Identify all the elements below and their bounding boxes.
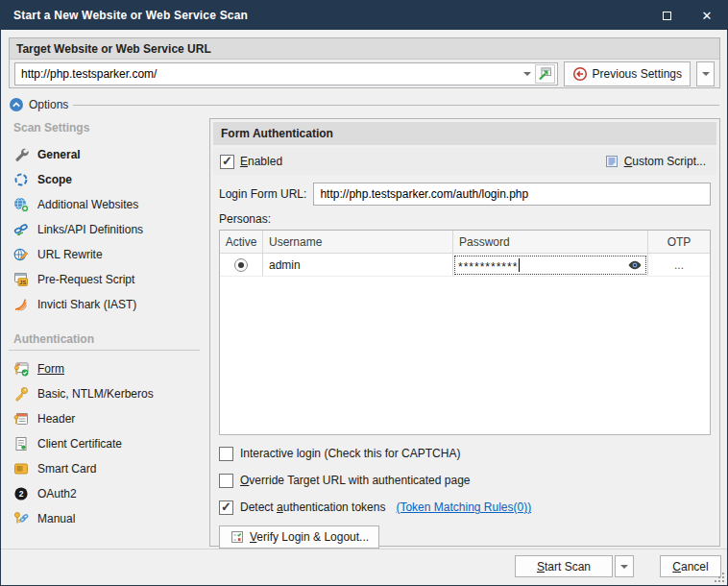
persona-username-cell[interactable]: admin bbox=[263, 254, 453, 276]
detect-tokens-row: Detect authentication tokens (Token Matc… bbox=[219, 498, 711, 517]
sidebar-item-label: Pre-Request Script bbox=[37, 273, 134, 286]
custom-script-button[interactable]: Custom Script... bbox=[600, 152, 710, 171]
sidebar-item-label: Smart Card bbox=[37, 462, 96, 476]
resize-grip[interactable] bbox=[715, 573, 725, 583]
override-target-row: Override Target URL with authenticated p… bbox=[219, 471, 711, 490]
svg-text:2: 2 bbox=[19, 489, 24, 499]
window-title: Start a New Website or Web Service Scan bbox=[1, 9, 248, 22]
globe-pencil-icon bbox=[13, 247, 29, 262]
previous-settings-dropdown[interactable] bbox=[696, 61, 715, 86]
scan-settings-section-title: Scan Settings bbox=[13, 119, 209, 136]
detect-tokens-label: Detect authentication tokens bbox=[240, 501, 385, 514]
certificate-document-icon bbox=[13, 436, 29, 452]
start-scan-button[interactable]: Start Scan bbox=[515, 555, 613, 577]
login-form-url-label: Login Form URL: bbox=[219, 187, 306, 201]
override-target-checkbox[interactable] bbox=[219, 474, 233, 488]
sidebar-item-smart-card[interactable]: Smart Card bbox=[1, 456, 209, 481]
override-target-label: Override Target URL with authenticated p… bbox=[240, 474, 470, 487]
sidebar-item-additional-websites[interactable]: Additional Websites bbox=[1, 192, 209, 217]
target-url-combobox[interactable] bbox=[14, 62, 558, 85]
sidebar-item-label: OAuth2 bbox=[37, 487, 77, 501]
sidebar-item-label: Form bbox=[37, 362, 64, 376]
verify-login-logout-label: Verify Login & Logout... bbox=[250, 530, 369, 544]
show-password-eye-icon[interactable] bbox=[627, 257, 643, 273]
previous-settings-label: Previous Settings bbox=[593, 67, 682, 81]
verify-checklist-icon bbox=[230, 529, 245, 545]
target-url-dropdown[interactable] bbox=[520, 63, 535, 85]
options-label: Options bbox=[29, 98, 68, 111]
sidebar-item-form[interactable]: Form bbox=[1, 356, 209, 381]
sidebar-item-scope[interactable]: Scope bbox=[1, 167, 209, 192]
target-url-row: Previous Settings bbox=[10, 60, 719, 87]
persona-password-cell: *********** bbox=[453, 254, 648, 276]
login-form-url-input[interactable] bbox=[313, 183, 711, 206]
close-icon: ✕ bbox=[702, 10, 713, 22]
sidebar-item-oauth2[interactable]: 2 OAuth2 bbox=[1, 481, 209, 506]
previous-back-icon bbox=[572, 66, 588, 82]
sidebar-item-label: Basic, NTLM/Kerberos bbox=[37, 387, 154, 401]
sidebar-item-basic-ntlm-kerberos[interactable]: Basic, NTLM/Kerberos bbox=[1, 381, 209, 406]
verify-login-logout-button[interactable]: Verify Login & Logout... bbox=[219, 525, 379, 549]
options-toggle[interactable]: Options bbox=[9, 97, 719, 112]
cancel-label: Cancel bbox=[672, 560, 708, 574]
smart-card-icon bbox=[13, 461, 29, 476]
sidebar-item-url-rewrite[interactable]: URL Rewrite bbox=[1, 242, 209, 267]
sidebar-item-client-certificate[interactable]: Client Certificate bbox=[1, 431, 209, 456]
password-edit-field[interactable]: *********** bbox=[454, 256, 646, 275]
maximize-icon bbox=[663, 12, 671, 20]
footer-divider bbox=[1, 549, 727, 549]
custom-script-label: Custom Script... bbox=[624, 155, 706, 168]
cancel-button[interactable]: Cancel bbox=[660, 555, 721, 577]
sidebar-item-invicti-shark[interactable]: Invicti Shark (IAST) bbox=[1, 292, 209, 317]
column-header-active[interactable]: Active bbox=[220, 231, 263, 253]
detect-tokens-checkbox[interactable] bbox=[219, 501, 233, 515]
collapse-chevron-icon bbox=[9, 97, 24, 112]
column-header-username[interactable]: Username bbox=[263, 231, 453, 253]
authentication-section-divider bbox=[9, 350, 200, 351]
sidebar-item-header-auth[interactable]: Header bbox=[1, 406, 209, 431]
persona-otp-button[interactable]: ... bbox=[648, 254, 710, 276]
previous-settings-button[interactable]: Previous Settings bbox=[564, 61, 691, 86]
masked-password: *********** bbox=[458, 262, 518, 272]
oauth2-icon: 2 bbox=[13, 486, 29, 501]
login-form-url-row: Login Form URL: bbox=[219, 183, 711, 206]
chevron-down-icon bbox=[702, 72, 710, 76]
shark-fin-icon bbox=[13, 297, 29, 312]
sidebar-item-manual[interactable]: Manual bbox=[1, 506, 209, 531]
personas-table-header: Active Username Password OTP bbox=[220, 231, 710, 254]
enabled-checkbox[interactable] bbox=[220, 155, 234, 169]
chevron-down-icon bbox=[620, 565, 628, 569]
start-scan-dropdown[interactable] bbox=[615, 555, 634, 577]
sidebar-item-label: General bbox=[37, 148, 81, 161]
interactive-login-checkbox[interactable] bbox=[219, 447, 233, 461]
form-auth-icon bbox=[13, 361, 29, 377]
sidebar-item-pre-request-script[interactable]: JS Pre-Request Script bbox=[1, 267, 209, 292]
open-in-browser-icon bbox=[537, 66, 552, 82]
authentication-section-title: Authentication bbox=[13, 330, 209, 348]
sidebar-item-links-api-definitions[interactable]: Links/API Definitions bbox=[1, 217, 209, 242]
column-header-otp[interactable]: OTP bbox=[648, 231, 710, 253]
interactive-login-row: Interactive login (Check this for CAPTCH… bbox=[219, 444, 711, 463]
sidebar-item-label: Header bbox=[37, 412, 75, 426]
token-matching-rules-link[interactable]: (Token Matching Rules(0)) bbox=[396, 501, 531, 514]
enabled-label: Enabled bbox=[240, 155, 282, 168]
dialog-client-area: Target Website or Web Service URL bbox=[1, 30, 727, 585]
sidebar-item-general[interactable]: General bbox=[1, 142, 209, 167]
titlebar: Start a New Website or Web Service Scan … bbox=[1, 1, 727, 30]
chevron-down-icon bbox=[523, 72, 531, 76]
personas-label: Personas: bbox=[219, 212, 711, 226]
link-chain-icon bbox=[13, 222, 29, 237]
maximize-button[interactable] bbox=[646, 1, 687, 30]
panel-title: Form Authentication bbox=[213, 122, 716, 145]
open-url-button[interactable] bbox=[535, 64, 555, 84]
persona-active-radio[interactable] bbox=[234, 258, 248, 272]
target-url-input[interactable] bbox=[15, 67, 520, 81]
column-header-password[interactable]: Password bbox=[453, 231, 648, 253]
globe-add-icon bbox=[13, 197, 29, 212]
close-button[interactable]: ✕ bbox=[687, 1, 727, 30]
wrench-icon bbox=[13, 147, 29, 162]
form-authentication-panel: Form Authentication Enabled Custom Scrip… bbox=[209, 118, 720, 547]
target-url-group: Target Website or Web Service URL bbox=[9, 37, 720, 88]
header-auth-icon bbox=[13, 411, 29, 427]
scope-circle-icon bbox=[13, 172, 29, 187]
